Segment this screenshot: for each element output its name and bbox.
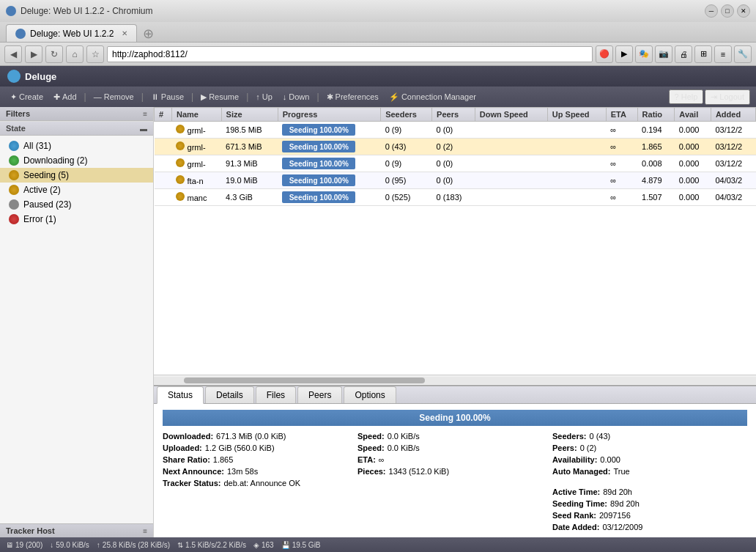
camera-icon[interactable]: 📷 <box>655 45 672 63</box>
pause-button[interactable]: ⏸ Pause <box>147 91 188 103</box>
preferences-button[interactable]: ✱ Preferences <box>322 91 383 103</box>
cell-added: 03/12/2 <box>711 139 755 155</box>
col-added[interactable]: Added <box>711 108 755 122</box>
table-row[interactable]: fta-n 19.0 MiB Seeding 100.00% 0 (95) 0 … <box>155 172 756 189</box>
col-eta[interactable]: ETA <box>606 108 637 122</box>
status-disk: 💾 19.5 GiB <box>281 541 321 549</box>
home-button[interactable]: ⌂ <box>66 45 84 63</box>
help-button[interactable]: ? Help <box>669 89 704 104</box>
remove-button[interactable]: — Remove <box>89 91 138 103</box>
grid-icon[interactable]: ⊞ <box>694 45 712 63</box>
cell-name: fta-n <box>171 172 221 189</box>
sep5: | <box>316 92 319 102</box>
tab-close-button[interactable]: ✕ <box>122 29 127 37</box>
tab-status[interactable]: Status <box>157 386 204 404</box>
table-row[interactable]: manc 4.3 GiB Seeding 100.00% 0 (525) 0 (… <box>155 189 756 206</box>
back-button[interactable]: ◀ <box>4 45 22 63</box>
forward-button[interactable]: ▶ <box>25 45 42 63</box>
bookmark-button[interactable]: ☆ <box>86 45 104 63</box>
sidebar-item-active[interactable]: Active (2) <box>0 183 153 197</box>
sep4: | <box>246 92 248 102</box>
sidebar-item-paused-label: Paused (23) <box>23 199 71 210</box>
cell-num <box>155 172 172 189</box>
mask-icon[interactable]: 🎭 <box>635 45 653 63</box>
tracker-collapse-btn[interactable]: ≡ <box>143 527 147 535</box>
col-size[interactable]: Size <box>221 108 278 122</box>
sidebar-item-all[interactable]: All (31) <box>0 139 153 153</box>
col-peers[interactable]: Peers <box>432 108 475 122</box>
main-content: # Name Size Progress Seeders Peers Down … <box>154 107 756 537</box>
settings-icon[interactable]: 🔧 <box>734 45 752 63</box>
cell-ratio: 0.194 <box>637 122 675 139</box>
down-button[interactable]: ↓ Down <box>278 91 314 103</box>
col-up-speed[interactable]: Up Speed <box>547 108 606 122</box>
cell-seeders: 0 (43) <box>381 139 432 155</box>
tab-files[interactable]: Files <box>256 386 296 403</box>
col-num[interactable]: # <box>155 108 172 122</box>
cell-eta: ∞ <box>606 155 637 172</box>
detail-tracker-status: Tracker Status: deb.at: Announce OK <box>163 479 357 487</box>
table-row[interactable]: grml- 198.5 MiB Seeding 100.00% 0 (9) 0 … <box>155 122 756 139</box>
bottom-content: Seeding 100.00% Downloaded: 671.3 MiB (0… <box>154 404 756 537</box>
detail-seed-rank: Seed Rank: 2097156 <box>552 511 747 520</box>
app-toolbar: ✦ Create ✚ Add | — Remove | ⏸ Pause | ▶ … <box>0 87 756 107</box>
sidebar-item-downloading[interactable]: Downloading (2) <box>0 153 153 168</box>
minimize-button[interactable]: ─ <box>705 4 718 18</box>
sidebar-item-seeding[interactable]: Seeding (5) <box>0 168 153 183</box>
sidebar-item-paused[interactable]: Paused (23) <box>0 197 153 212</box>
cell-seeders: 0 (525) <box>381 189 432 206</box>
add-button[interactable]: ✚ Add <box>49 91 81 103</box>
maximize-button[interactable]: □ <box>721 4 734 18</box>
new-tab-button[interactable]: ⊕ <box>143 26 154 42</box>
close-button[interactable]: ✕ <box>737 4 750 18</box>
sidebar-item-error[interactable]: Error (1) <box>0 212 153 227</box>
cell-up-speed <box>547 122 606 139</box>
status-connections: 🖥 19 (200) <box>6 541 42 549</box>
tab-options[interactable]: Options <box>344 386 396 403</box>
torrent-table-container[interactable]: # Name Size Progress Seeders Peers Down … <box>154 107 756 375</box>
col-down-speed[interactable]: Down Speed <box>475 108 547 122</box>
detail-pieces: Pieces: 1343 (512.0 KiB) <box>357 467 552 476</box>
cell-num <box>155 155 172 172</box>
up-button[interactable]: ↑ Up <box>251 91 277 103</box>
sidebar-item-downloading-label: Downloading (2) <box>23 155 87 166</box>
logout-button[interactable]: ⇥ Logout <box>705 89 750 105</box>
cell-avail: 0.000 <box>675 189 711 206</box>
tab-peers[interactable]: Peers <box>297 386 342 403</box>
browser-tab[interactable]: Deluge: Web UI 1.2.2 ✕ <box>6 24 137 42</box>
cell-peers: 0 (183) <box>432 189 475 206</box>
dragonfly-icon[interactable]: 🔴 <box>596 45 613 63</box>
col-seeders[interactable]: Seeders <box>381 108 432 122</box>
cell-size: 19.0 MiB <box>221 172 278 189</box>
col-name[interactable]: Name <box>171 108 221 122</box>
connection-manager-button[interactable]: ⚡ Connection Manager <box>385 91 481 103</box>
refresh-button[interactable]: ↻ <box>45 45 63 63</box>
detail-uploaded: Uploaded: 1.2 GiB (560.0 KiB) <box>163 444 357 452</box>
col-ratio[interactable]: Ratio <box>637 108 675 122</box>
cell-up-speed <box>547 172 606 189</box>
menu-icon[interactable]: ≡ <box>714 45 732 63</box>
cell-down-speed <box>475 122 547 139</box>
cell-seeders: 0 (9) <box>381 122 432 139</box>
create-button[interactable]: ✦ Create <box>6 91 48 103</box>
torrent-icon <box>176 141 185 150</box>
play-button[interactable]: ▶ <box>615 45 633 63</box>
disk-icon: 💾 <box>281 541 290 549</box>
detail-auto-managed: Auto Managed: True <box>552 467 747 476</box>
state-collapse-btn[interactable]: ▬ <box>140 125 147 133</box>
remove-icon: — <box>94 92 102 101</box>
printer-icon[interactable]: 🖨 <box>675 45 692 63</box>
tab-details[interactable]: Details <box>205 386 254 403</box>
filters-collapse-btn[interactable]: ≡ <box>143 110 147 118</box>
resume-button[interactable]: ▶ Resume <box>196 91 243 103</box>
table-row[interactable]: grml- 671.3 MiB Seeding 100.00% 0 (43) 0… <box>155 139 756 155</box>
col-avail[interactable]: Avail <box>675 108 711 122</box>
sep3: | <box>191 92 193 102</box>
horizontal-scrollbar[interactable] <box>154 375 756 385</box>
address-bar[interactable] <box>107 46 593 62</box>
col-progress[interactable]: Progress <box>278 108 380 122</box>
status-dl-speed: ↓ 59.0 KiB/s <box>50 541 89 549</box>
cell-down-speed <box>475 139 547 155</box>
cell-size: 4.3 GiB <box>221 189 278 206</box>
table-row[interactable]: grml- 91.3 MiB Seeding 100.00% 0 (9) 0 (… <box>155 155 756 172</box>
